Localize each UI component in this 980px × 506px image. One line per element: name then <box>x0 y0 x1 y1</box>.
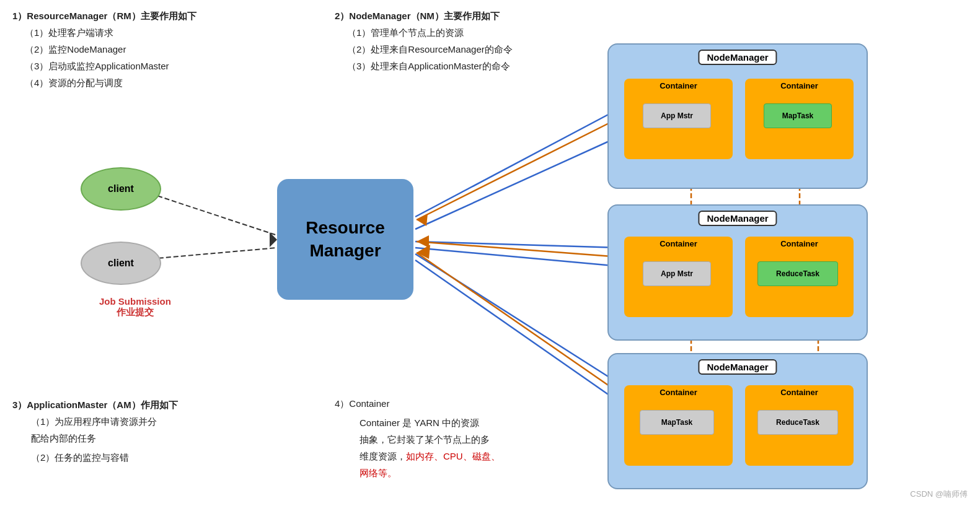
nodemanager-box-3: NodeManager Container MapTask Container … <box>607 353 868 489</box>
nm1-title: NodeManager <box>698 50 777 65</box>
nodemanager-box-2: NodeManager Container App Mstr Container… <box>607 204 868 341</box>
svg-line-6 <box>415 248 620 266</box>
nm1-container-left: Container App Mstr <box>624 79 733 159</box>
svg-marker-2 <box>270 232 277 247</box>
svg-marker-20 <box>417 235 429 248</box>
client-gray-ellipse: client <box>81 242 161 285</box>
svg-line-7 <box>415 254 620 384</box>
svg-line-21 <box>417 253 620 393</box>
nm2-title: NodeManager <box>698 211 777 226</box>
nm2-reducetask-box: ReduceTask <box>757 261 838 286</box>
svg-line-4 <box>415 136 620 229</box>
svg-line-3 <box>415 108 620 217</box>
csdn-watermark: CSDN @喃师傅 <box>910 489 968 500</box>
nm3-container-left: Container MapTask <box>624 385 733 466</box>
nm1-container-right: Container MapTask <box>745 79 854 159</box>
svg-line-19 <box>417 242 620 257</box>
nm3-container-right: Container ReduceTask <box>745 385 854 466</box>
rm-description: 1）ResourceManager（RM）主要作用如下 （1）处理客户端请求 （… <box>12 7 196 91</box>
resource-manager-box: ResourceManager <box>277 179 413 300</box>
svg-line-17 <box>417 118 620 220</box>
nm1-appmstr-box: App Mstr <box>643 103 711 128</box>
svg-line-5 <box>415 242 620 248</box>
nm1-maptask-box: MapTask <box>764 103 832 128</box>
nm3-reducetask-box: ReduceTask <box>757 410 838 435</box>
svg-line-8 <box>415 260 620 403</box>
nm-description: 2）NodeManager（NM）主要作用如下 （1）管理单个节点上的资源 （2… <box>335 7 513 74</box>
job-submission-label: Job Submission 作业提交 <box>99 296 171 318</box>
am-description: 3）ApplicationMaster（AM）作用如下 （1）为应用程序申请资源… <box>12 396 178 466</box>
container-description: 4）Container Container 是 YARN 中的资源抽象，它封装了… <box>335 395 500 481</box>
svg-marker-22 <box>417 245 430 259</box>
nm2-container-left: Container App Mstr <box>624 237 733 317</box>
nm3-title: NodeManager <box>698 359 777 375</box>
nodemanager-box-1: NodeManager Container App Mstr Container… <box>607 43 868 189</box>
diagram-container: 1）ResourceManager（RM）主要作用如下 （1）处理客户端请求 （… <box>0 0 980 506</box>
nm2-appmstr-box: App Mstr <box>643 261 711 286</box>
client-green-ellipse: client <box>81 167 161 211</box>
nm2-container-right: Container ReduceTask <box>745 237 854 317</box>
nm3-maptask-box: MapTask <box>640 410 714 435</box>
svg-marker-18 <box>417 214 428 226</box>
